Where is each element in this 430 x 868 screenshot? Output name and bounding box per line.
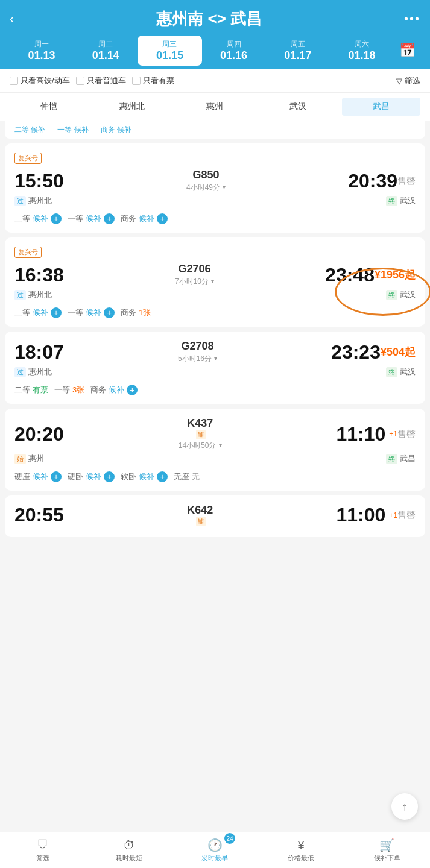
filter-regular[interactable]: 只看普通车 [76, 75, 126, 86]
depart-station: 惠州北 [28, 195, 52, 206]
seat-item: 软卧候补+ [121, 471, 168, 482]
seat-plus-btn[interactable]: + [157, 471, 168, 482]
date-tab-thu[interactable]: 周四01.16 [202, 36, 266, 66]
train-center-info: K642铺 [64, 504, 337, 526]
back-button[interactable]: ‹ [10, 11, 14, 27]
arrive-station: 武汉 [400, 366, 416, 377]
seat-plus-btn[interactable]: + [51, 471, 62, 482]
calendar-button[interactable]: 📅 [394, 43, 420, 58]
station-row: 过惠州北终武汉 [14, 195, 416, 206]
arrive-time: 11:10 [336, 423, 385, 445]
bottom-nav-time_sort[interactable]: ⏱耗时最短 [86, 832, 172, 868]
filter-available[interactable]: 只看有票 [132, 75, 174, 86]
day-num: 01.18 [330, 49, 394, 62]
arrive-station: 武汉 [400, 289, 416, 300]
end-badge: 终 [386, 367, 397, 377]
train-card-k437[interactable]: 20:20K437铺14小时50分▾11:10+1售罄始惠州终武昌硬座候补+硬卧… [5, 409, 425, 491]
depart-time: 20:55 [14, 504, 64, 526]
filter-available-checkbox[interactable] [132, 77, 141, 85]
bottom-nav-depart_sort[interactable]: 🕐 24 发时最早 [172, 832, 258, 868]
arrive-station: 武昌 [400, 453, 416, 464]
nav-icon-price_sort: ¥ [298, 838, 305, 852]
trains-list: 复兴号15:50G8504小时49分▾20:39售罄过惠州北终武汉二等候补+一等… [0, 143, 430, 584]
dropdown-arrow[interactable]: ▾ [219, 442, 222, 448]
station-row: 过惠州北终武汉 [14, 289, 416, 300]
train-center-info: G8504小时49分▾ [64, 169, 348, 193]
train-card-g850[interactable]: 复兴号15:50G8504小时49分▾20:39售罄过惠州北终武汉二等候补+一等… [5, 143, 425, 233]
train-card-g2706[interactable]: 复兴号16:38G27067小时10分▾23:48¥1956起过惠州北终武汉二等… [5, 237, 425, 327]
bottom-nav-price_sort[interactable]: ¥价格最低 [258, 832, 344, 868]
seat-plus-btn[interactable]: + [127, 385, 138, 395]
bottom-nav-filter[interactable]: ⛉筛选 [0, 832, 86, 868]
date-tab-sat[interactable]: 周六01.18 [330, 36, 394, 66]
via-badge: 过 [14, 367, 26, 377]
train-card-g2708[interactable]: 18:07G27085小时16分▾23:23¥504起过惠州北终武汉二等有票一等… [5, 332, 425, 404]
depart-time: 20:20 [14, 423, 64, 445]
seat-avail: 候补 [139, 471, 154, 482]
filter-high-speed[interactable]: 只看高铁/动车 [10, 75, 70, 86]
day-num: 01.17 [266, 49, 330, 62]
date-tab-fri[interactable]: 周五01.17 [266, 36, 330, 66]
nav-label-depart_sort: 发时最早 [201, 854, 228, 863]
nav-label-waitlist: 候补下单 [374, 854, 400, 863]
dropdown-arrow[interactable]: ▾ [214, 355, 217, 362]
train-center-info: K437铺14小时50分▾ [64, 417, 337, 451]
header: ‹ 惠州南 <> 武昌 ••• 周一01.13周二01.14周三01.15周四0… [0, 0, 430, 69]
train-tag: 铺 [196, 430, 206, 439]
nav-icon-depart_sort: 🕐 [207, 838, 223, 852]
depart-time: 15:50 [14, 170, 64, 192]
train-price-soldout: 售罄 [397, 429, 416, 440]
filter-regular-label: 只看普通车 [87, 75, 126, 86]
filter-available-label: 只看有票 [143, 75, 174, 86]
seat-item: 商务候补+ [121, 213, 168, 224]
date-tab-wed[interactable]: 周三01.15 [138, 36, 201, 66]
date-tab-mon[interactable]: 周一01.13 [10, 36, 74, 66]
seat-plus-btn[interactable]: + [157, 213, 168, 224]
dropdown-arrow[interactable]: ▾ [223, 184, 226, 190]
seat-class: 硬卧 [68, 471, 83, 482]
day-num: 01.15 [138, 49, 201, 62]
train-duration-row: 4小时49分▾ [186, 181, 226, 193]
nav-icon-waitlist: 🛒 [379, 838, 394, 852]
station-tab-wuchang[interactable]: 武昌 [342, 98, 420, 116]
filter-btn[interactable]: ▽ 筛选 [396, 75, 420, 86]
train-price-soldout: 售罄 [397, 509, 416, 521]
filter-regular-checkbox[interactable] [76, 77, 84, 85]
scroll-up-button[interactable]: ↑ [391, 793, 418, 820]
arrive-superscript: +1 [389, 511, 397, 520]
train-price-soldout: 售罄 [397, 175, 416, 187]
date-tab-tue[interactable]: 周二01.14 [74, 36, 138, 66]
seat-plus-btn[interactable]: + [104, 213, 115, 224]
seat-class: 无座 [174, 471, 189, 482]
seat-avail: 1张 [139, 307, 151, 318]
station-tab-wuhan[interactable]: 武汉 [259, 98, 337, 116]
arrive-superscript: +1 [389, 430, 397, 438]
seat-plus-btn[interactable]: + [104, 307, 115, 318]
seat-avail: 候补 [33, 307, 48, 318]
seat-plus-btn[interactable]: + [51, 307, 62, 318]
arrive-time: 23:23 [331, 341, 381, 363]
more-button[interactable]: ••• [404, 12, 420, 26]
end-badge: 终 [386, 196, 397, 206]
seat-item: 二等候补+ [14, 213, 62, 224]
station-row: 始惠州终武昌 [14, 453, 416, 464]
station-tab-zhongtang[interactable]: 仲恺 [10, 98, 88, 116]
calendar-icon: 📅 [399, 43, 416, 58]
station-tab-huizhou_bei[interactable]: 惠州北 [93, 98, 171, 116]
arrive-station: 武汉 [400, 195, 416, 206]
station-tab-huizhou[interactable]: 惠州 [176, 98, 255, 116]
train-main-row: 20:20K437铺14小时50分▾11:10+1售罄 [14, 417, 416, 451]
seat-plus-btn[interactable]: + [51, 213, 62, 224]
filter-high-speed-checkbox[interactable] [10, 77, 18, 85]
seat-plus-btn[interactable]: + [104, 471, 115, 482]
day-label: 周五 [266, 39, 330, 49]
seat-avail: 有票 [33, 385, 48, 395]
train-price: ¥504起 [381, 345, 416, 359]
arrive-info: 23:48 [325, 264, 375, 286]
train-card-k642[interactable]: 20:55K642铺11:00+1售罄 [5, 495, 425, 537]
depart-station: 惠州北 [28, 289, 52, 300]
dropdown-arrow[interactable]: ▾ [211, 278, 214, 285]
seat-avail: 候补 [33, 213, 48, 224]
bottom-nav-waitlist[interactable]: 🛒候补下单 [344, 832, 430, 868]
nav-label-filter: 筛选 [36, 854, 49, 863]
